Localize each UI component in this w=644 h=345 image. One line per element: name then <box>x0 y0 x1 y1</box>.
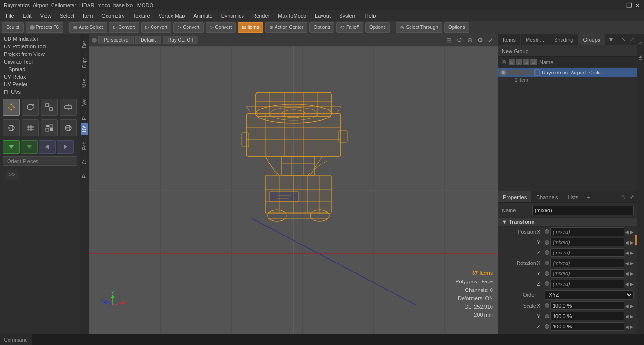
fit-uvs[interactable]: Fit UVs <box>0 88 80 96</box>
menu-vertex-map[interactable]: Vertex Map <box>155 12 189 19</box>
viewport-icon-zoom[interactable]: ⊕ <box>465 36 474 45</box>
position-y-dot[interactable] <box>545 240 549 245</box>
side-label-uv[interactable]: UV <box>81 123 88 135</box>
scale-y-dot[interactable] <box>545 314 549 318</box>
tab-more-button[interactable]: ▼ <box>605 34 617 45</box>
sculpt-button[interactable]: Sculpt <box>2 22 24 33</box>
position-z-dot[interactable] <box>545 250 549 255</box>
convert-button-3[interactable]: ▷ Convert <box>173 22 204 33</box>
position-y-input[interactable]: (mixed) <box>550 238 624 246</box>
uv-peeler[interactable]: UV Peeler <box>0 81 80 88</box>
item-row-1[interactable]: Raymetrics_Airport_Ceilo... <box>498 68 637 77</box>
rotation-y-arrow[interactable]: ◀ <box>625 271 629 276</box>
menu-file[interactable]: File <box>2 12 18 19</box>
props-expand-icon-1[interactable]: ⤡ <box>619 193 627 201</box>
menu-dynamics[interactable]: Dynamics <box>217 12 248 19</box>
tab-items[interactable]: Items <box>498 34 521 45</box>
maximize-button[interactable]: ❐ <box>626 2 632 9</box>
expand-icon-2[interactable]: ⤢ <box>628 36 635 44</box>
options-button-2[interactable]: Options <box>365 22 390 33</box>
tool-icon-scale[interactable] <box>41 99 58 116</box>
viewport[interactable]: Perspective Default Ray GL: Off ⊞ ↺ ⊕ ⚙ … <box>89 34 498 345</box>
falloff-button[interactable]: ◎ Falloff <box>336 22 363 33</box>
viewport-icon-reset[interactable]: ↺ <box>455 36 464 45</box>
scale-y-input[interactable] <box>550 312 624 320</box>
rotation-z-arrow-r[interactable]: ▶ <box>630 281 634 287</box>
scale-z-input[interactable] <box>550 322 624 331</box>
rotation-x-arrow[interactable]: ◀ <box>625 261 629 266</box>
side-label-c[interactable]: C:... <box>81 153 88 167</box>
rotation-z-input[interactable]: (mixed) <box>550 280 624 288</box>
udim-indicator[interactable]: UDIM Indicator <box>0 35 80 43</box>
viewport-icon-maximize[interactable]: ⤢ <box>486 36 495 45</box>
rotation-y-input[interactable]: (mixed) <box>550 269 624 278</box>
tool-icon-rotate[interactable] <box>22 99 39 116</box>
arrow-down-green[interactable] <box>3 140 20 154</box>
side-label-de[interactable]: De:... <box>81 34 88 51</box>
menu-geometry[interactable]: Geometry <box>98 12 128 19</box>
minimize-button[interactable]: — <box>617 2 624 9</box>
default-button[interactable]: Default <box>135 36 161 44</box>
new-group-button[interactable]: New Group <box>502 48 528 54</box>
menu-view[interactable]: View <box>36 12 55 19</box>
expand-button[interactable]: >> <box>6 170 18 180</box>
viewport-icon-layout[interactable]: ⊞ <box>445 36 453 45</box>
menu-render[interactable]: Render <box>249 12 273 19</box>
options-button-1[interactable]: Options <box>309 22 334 33</box>
menu-help[interactable]: Help <box>361 12 380 19</box>
side-label-ver[interactable]: Ver:... <box>81 91 88 109</box>
side-label-e[interactable]: E:... <box>81 109 88 123</box>
tool-icon-move[interactable] <box>3 99 20 116</box>
order-select[interactable]: XYZ XZY YXZ YZX ZXY ZYX <box>545 290 634 300</box>
position-x-arrow[interactable]: ◀ <box>625 229 629 235</box>
arrow-left[interactable] <box>39 140 56 154</box>
position-x-arrow-r[interactable]: ▶ <box>630 229 634 235</box>
position-x-input[interactable]: (mixed) <box>550 227 624 236</box>
scale-x-dot[interactable] <box>545 303 549 308</box>
uv-relax[interactable]: UV Relax <box>0 73 80 81</box>
scale-y-arrow-r[interactable]: ▶ <box>630 314 634 319</box>
side-label-mes[interactable]: Mes:... <box>81 71 88 91</box>
rotation-x-dot[interactable] <box>545 261 549 265</box>
options-button-3[interactable]: Options <box>444 22 469 33</box>
tool-icon-checker[interactable] <box>41 119 58 136</box>
arrow-right[interactable] <box>57 140 74 154</box>
props-expand-icon-2[interactable]: ⤢ <box>628 193 635 201</box>
command-input[interactable] <box>32 334 644 345</box>
uv-projection-tool[interactable]: UV Projection Tool <box>0 43 80 50</box>
auto-select-button[interactable]: Auto Select <box>69 22 107 33</box>
position-z-arrow-r[interactable]: ▶ <box>630 250 634 255</box>
orient-pieces-button[interactable]: Orient Pieces <box>3 156 77 166</box>
tab-shading[interactable]: Shading <box>549 34 578 45</box>
menu-edit[interactable]: Edit <box>19 12 36 19</box>
tab-add-button[interactable]: + <box>583 191 594 202</box>
convert-button-1[interactable]: ▷ Convert <box>109 22 139 33</box>
select-through-button[interactable]: ◎ Select Through <box>396 22 442 33</box>
scale-y-arrow[interactable]: ◀ <box>625 314 629 319</box>
name-input[interactable] <box>532 206 634 215</box>
project-from-view[interactable]: Project from View <box>0 50 80 58</box>
side-label-f[interactable]: F:... <box>81 167 88 181</box>
scale-z-arrow[interactable]: ◀ <box>625 324 629 329</box>
menu-select[interactable]: Select <box>56 12 78 19</box>
rotation-y-arrow-r[interactable]: ▶ <box>630 271 634 276</box>
raygl-button[interactable]: Ray GL: Off <box>163 36 198 44</box>
tab-channels[interactable]: Channels <box>531 191 563 202</box>
perspective-button[interactable]: Perspective <box>98 36 134 44</box>
convert-button-2[interactable]: ▷ Convert <box>141 22 171 33</box>
item-vis-1[interactable] <box>500 69 507 76</box>
rotation-z-dot[interactable] <box>545 281 549 286</box>
presets-button[interactable]: Presets F6 <box>26 22 63 33</box>
menu-animate[interactable]: Animate <box>189 12 216 19</box>
position-y-arrow-r[interactable]: ▶ <box>630 240 634 245</box>
transform-section-header[interactable]: ▼ Transform <box>498 217 637 227</box>
scale-x-arrow[interactable]: ◀ <box>625 303 629 309</box>
tab-mesh[interactable]: Mesh ... <box>521 34 549 45</box>
tool-icon-grid[interactable] <box>22 119 39 136</box>
tab-properties[interactable]: Properties <box>498 191 531 202</box>
menu-system[interactable]: System <box>335 12 360 19</box>
menu-item[interactable]: Item <box>79 12 97 19</box>
rotation-y-dot[interactable] <box>545 271 549 276</box>
scale-x-arrow-r[interactable]: ▶ <box>630 303 634 309</box>
scale-x-input[interactable] <box>550 301 624 310</box>
